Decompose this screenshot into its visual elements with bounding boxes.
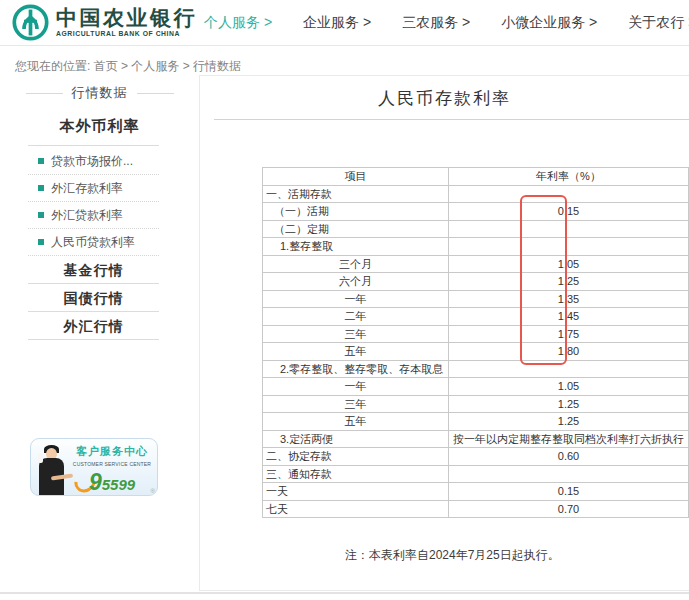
bullet-square-icon	[38, 239, 44, 245]
sidebar-link-1[interactable]: 国债行情	[28, 284, 159, 312]
table-row: （二）定期	[263, 220, 689, 238]
table-row: 一年1.35	[263, 290, 689, 308]
title-dash-left	[26, 93, 63, 94]
row-rate-value: 1.75	[449, 325, 689, 343]
row-rate-value	[449, 465, 689, 483]
nav-item-3[interactable]: 小微企业服务 >	[501, 14, 597, 32]
sidebar-divider	[28, 145, 159, 146]
table-row: 三、通知存款	[263, 465, 689, 483]
bank-name-en: AGRICULTURAL BANK OF CHINA	[56, 31, 197, 38]
row-rate-value: 1.25	[449, 413, 689, 431]
service-agent-illustration	[35, 445, 69, 496]
primary-nav: 个人服务 >企业服务 >三农服务 >小微企业服务 >关于农行 >	[204, 0, 689, 45]
row-rate-value	[449, 220, 689, 238]
row-rate-value	[449, 360, 689, 378]
table-row: 三个月1.05	[263, 255, 689, 273]
effective-date-note: 注：本表利率自2024年7月25日起执行。	[345, 547, 689, 564]
sidebar-section-rates[interactable]: 本外币利率	[0, 117, 199, 136]
sidebar-title-label: 行情数据	[72, 84, 128, 102]
sidebar-item-label: 人民币贷款利率	[51, 234, 135, 251]
row-label: 2.零存整取、整存零取、存本取息	[263, 360, 449, 378]
sidebar-item-0[interactable]: 贷款市场报价...	[28, 148, 159, 175]
bank-logo-link[interactable]: 中国农业银行 AGRICULTURAL BANK OF CHINA	[12, 4, 197, 41]
site-header: 中国农业银行 AGRICULTURAL BANK OF CHINA 个人服务 >…	[0, 0, 689, 46]
nav-item-0[interactable]: 个人服务 >	[204, 14, 272, 32]
breadcrumb[interactable]: 您现在的位置: 首页 > 个人服务 > 行情数据	[15, 58, 241, 75]
row-label: 六个月	[263, 273, 449, 291]
page-title: 人民币存款利率	[200, 87, 689, 110]
nav-item-1[interactable]: 企业服务 >	[303, 14, 371, 32]
column-header-item: 项目	[263, 168, 449, 186]
row-label: 七天	[263, 500, 449, 518]
row-label: 一年	[263, 378, 449, 396]
table-row: 1.整存整取	[263, 238, 689, 256]
row-label: 三、通知存款	[263, 465, 449, 483]
table-row: 七天0.70	[263, 500, 689, 518]
row-rate-value: 1.35	[449, 290, 689, 308]
table-row: 五年1.25	[263, 413, 689, 431]
table-row: 2.零存整取、整存零取、存本取息	[263, 360, 689, 378]
row-rate-value	[449, 238, 689, 256]
row-label: （一）活期	[263, 203, 449, 221]
bullet-square-icon	[38, 158, 44, 164]
deposit-rates-table: 项目 年利率（%） 一、活期存款（一）活期0.15（二）定期1.整存整取三个月1…	[262, 167, 689, 518]
row-label: 五年	[263, 343, 449, 361]
customer-service-banner[interactable]: 客户服务中心 CUSTOMER SERVICE CENTER 95599 ®	[30, 438, 158, 496]
table-row: 二年1.45	[263, 308, 689, 326]
row-label: 一年	[263, 290, 449, 308]
bullet-square-icon	[38, 212, 44, 218]
row-label: 三年	[263, 395, 449, 413]
row-rate-value: 0.15	[449, 203, 689, 221]
table-row: 3.定活两便按一年以内定期整存整取同档次利率打六折执行	[263, 430, 689, 448]
row-rate-value: 1.45	[449, 308, 689, 326]
sidebar-item-list: 贷款市场报价...外汇存款利率外汇贷款利率人民币贷款利率	[28, 148, 159, 256]
sidebar-item-3[interactable]: 人民币贷款利率	[28, 229, 159, 256]
table-row: 一、活期存款	[263, 185, 689, 203]
footer-divider	[0, 592, 689, 594]
sidebar: 行情数据 本外币利率 贷款市场报价...外汇存款利率外汇贷款利率人民币贷款利率 …	[0, 75, 199, 340]
row-rate-value: 1.80	[449, 343, 689, 361]
row-rate-value: 1.05	[449, 255, 689, 273]
table-row: 六个月1.25	[263, 273, 689, 291]
rates-table-body: 一、活期存款（一）活期0.15（二）定期1.整存整取三个月1.05六个月1.25…	[263, 185, 689, 518]
row-label: 五年	[263, 413, 449, 431]
sidebar-link-list: 基金行情国债行情外汇行情	[28, 256, 159, 340]
table-row: 一年1.05	[263, 378, 689, 396]
sidebar-title: 行情数据	[0, 84, 199, 102]
row-label: 三个月	[263, 255, 449, 273]
row-label: 二年	[263, 308, 449, 326]
banner-text: 客户服务中心 CUSTOMER SERVICE CENTER 95599	[67, 444, 157, 496]
banner-title-en: CUSTOMER SERVICE CENTER	[67, 461, 157, 467]
row-rate-value: 1.25	[449, 395, 689, 413]
column-header-rate: 年利率（%）	[449, 168, 689, 186]
sidebar-item-1[interactable]: 外汇存款利率	[28, 175, 159, 202]
nav-item-2[interactable]: 三农服务 >	[402, 14, 470, 32]
sidebar-item-label: 外汇贷款利率	[51, 207, 123, 224]
row-label: 3.定活两便	[263, 430, 449, 448]
row-label: 一、活期存款	[263, 185, 449, 203]
abc-bank-logo-icon	[12, 4, 49, 41]
table-row: （一）活期0.15	[263, 203, 689, 221]
title-underline	[214, 119, 689, 120]
row-rate-value: 0.60	[449, 448, 689, 466]
row-label: 1.整存整取	[263, 238, 449, 256]
sidebar-link-0[interactable]: 基金行情	[28, 256, 159, 284]
sidebar-item-label: 外汇存款利率	[51, 180, 123, 197]
banner-title-cn: 客户服务中心	[67, 444, 157, 459]
row-label: 二、协定存款	[263, 448, 449, 466]
row-rate-value: 按一年以内定期整存整取同档次利率打六折执行	[449, 430, 689, 448]
row-rate-value: 0.15	[449, 483, 689, 501]
table-row: 三年1.25	[263, 395, 689, 413]
row-label: （二）定期	[263, 220, 449, 238]
abc-bank-page: 中国农业银行 AGRICULTURAL BANK OF CHINA 个人服务 >…	[0, 0, 689, 600]
sidebar-link-2[interactable]: 外汇行情	[28, 312, 159, 340]
bank-logo-text: 中国农业银行 AGRICULTURAL BANK OF CHINA	[56, 7, 197, 38]
nav-item-4[interactable]: 关于农行 >	[628, 14, 689, 32]
highlight-annotation-box	[520, 195, 567, 365]
row-rate-value: 1.25	[449, 273, 689, 291]
sidebar-item-label: 贷款市场报价...	[51, 153, 133, 170]
bank-name-cn: 中国农业银行	[56, 7, 197, 28]
sidebar-item-2[interactable]: 外汇贷款利率	[28, 202, 159, 229]
row-rate-value: 1.05	[449, 378, 689, 396]
title-dash-right	[137, 93, 174, 94]
